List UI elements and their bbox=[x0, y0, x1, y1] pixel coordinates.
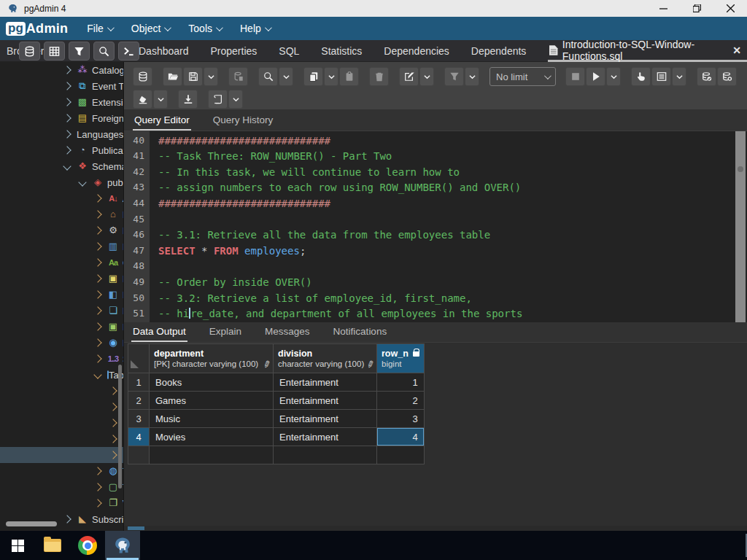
tree-item-fts-config[interactable]: ⚙FTS Configurations bbox=[0, 222, 123, 238]
chevron-right-icon[interactable] bbox=[63, 146, 71, 154]
chevron-right-icon[interactable] bbox=[93, 194, 101, 202]
edit-data-icon[interactable] bbox=[228, 67, 248, 86]
tree-item-languages[interactable]: Languages bbox=[0, 126, 123, 142]
cell[interactable]: 3 bbox=[377, 410, 425, 428]
tab-sql[interactable]: SQL bbox=[279, 40, 299, 62]
tab-query-editor[interactable]: Query Editor bbox=[133, 114, 191, 131]
tab-dashboard[interactable]: Dashboard bbox=[139, 40, 189, 62]
sidebar-horizontal-scrollbar[interactable] bbox=[6, 521, 57, 526]
tree-item[interactable] bbox=[0, 399, 123, 415]
tree-item-publications[interactable]: ◔Publications bbox=[0, 142, 123, 158]
row-number-cell[interactable]: 3 bbox=[128, 410, 150, 428]
row-number-cell[interactable]: 4 bbox=[128, 428, 150, 446]
stop-icon[interactable] bbox=[565, 67, 585, 86]
chevron-right-icon[interactable] bbox=[93, 290, 101, 298]
tree-item-foreign-tables[interactable]: ▥Foreign Tables bbox=[0, 238, 123, 254]
row-limit-select[interactable]: No limit bbox=[489, 67, 556, 86]
chevron-right-icon[interactable] bbox=[63, 130, 71, 138]
chevron-right-icon[interactable] bbox=[63, 114, 71, 122]
tree-item-functions[interactable]: ▣Functions bbox=[0, 319, 123, 335]
chevron-right-icon[interactable] bbox=[63, 98, 71, 106]
tree-item-mat-views[interactable]: ◉Materialized Views bbox=[0, 335, 123, 351]
chevron-right-icon[interactable] bbox=[93, 499, 101, 507]
cell[interactable]: 2 bbox=[377, 392, 425, 410]
tab-dependents[interactable]: Dependents bbox=[471, 40, 527, 62]
chevron-right-icon[interactable] bbox=[109, 451, 117, 459]
row-number-cell[interactable]: 2 bbox=[128, 392, 150, 410]
tab-query-history[interactable]: Query History bbox=[212, 114, 275, 131]
tree-item[interactable] bbox=[0, 415, 123, 431]
tree-item-fts-dict[interactable]: ▣FTS Dictionaries bbox=[0, 271, 123, 287]
chevron-right-icon[interactable] bbox=[93, 242, 101, 250]
scrollbar-thumb[interactable] bbox=[128, 526, 144, 530]
tree-item-aggregates[interactable]: A↓Aggregates bbox=[0, 190, 123, 206]
tree-item-types[interactable]: ▢Types bbox=[0, 479, 123, 495]
tree-item-domains[interactable]: ⌂Domains bbox=[0, 206, 123, 222]
cell[interactable]: 4 bbox=[377, 428, 425, 446]
execute-icon[interactable] bbox=[586, 67, 605, 86]
macro-dropdown-caret[interactable] bbox=[228, 90, 243, 109]
delete-icon[interactable] bbox=[369, 67, 389, 86]
menu-object[interactable]: Object bbox=[131, 23, 169, 34]
tree-item-tables[interactable]: Tables bbox=[0, 367, 123, 383]
save-file-icon[interactable] bbox=[183, 67, 203, 86]
tab-sql-file[interactable]: Introduction-to-SQL-Window-Functions.sql bbox=[548, 40, 747, 62]
cell[interactable]: Entertainment bbox=[274, 428, 377, 446]
cell[interactable]: Entertainment bbox=[274, 373, 377, 392]
tree-item-schema-public[interactable]: ◈public bbox=[0, 174, 123, 190]
menu-file[interactable]: File bbox=[87, 23, 112, 34]
chevron-right-icon[interactable] bbox=[93, 467, 101, 475]
explain-analyze-icon[interactable] bbox=[651, 67, 671, 86]
tree-item-schemas[interactable]: ❖Schemas bbox=[0, 158, 123, 174]
terminal-icon[interactable] bbox=[118, 42, 139, 61]
filter-dropdown-caret[interactable] bbox=[465, 67, 479, 86]
chevron-right-icon[interactable] bbox=[93, 354, 101, 362]
filter-icon[interactable] bbox=[444, 67, 464, 86]
find-dropdown-caret[interactable] bbox=[279, 67, 293, 86]
explain-icon[interactable] bbox=[631, 67, 651, 86]
tree-item[interactable] bbox=[0, 447, 123, 463]
download-icon[interactable] bbox=[178, 90, 198, 109]
chevron-right-icon[interactable] bbox=[93, 210, 101, 218]
grid-horizontal-scrollbar[interactable] bbox=[124, 526, 747, 531]
copy-dropdown-caret[interactable] bbox=[324, 67, 338, 86]
chevron-right-icon[interactable] bbox=[93, 483, 101, 491]
close-tab-icon[interactable]: ✕ bbox=[732, 44, 741, 56]
tree-item-collations[interactable]: AaCollations bbox=[0, 254, 123, 271]
tab-explain[interactable]: Explain bbox=[208, 326, 243, 342]
commit-icon[interactable] bbox=[697, 67, 716, 86]
search-icon[interactable] bbox=[93, 42, 115, 61]
clear-icon[interactable] bbox=[133, 90, 152, 109]
chevron-right-icon[interactable] bbox=[93, 338, 101, 346]
tree-item-extensions[interactable]: ▩Extensions bbox=[0, 94, 123, 110]
sidebar-vertical-scrollbar[interactable] bbox=[118, 365, 122, 489]
column-header-department[interactable]: department[PK] character varying (100)✎ bbox=[150, 344, 274, 373]
chevron-right-icon[interactable] bbox=[109, 435, 117, 443]
chevron-right-icon[interactable] bbox=[63, 82, 71, 90]
file-explorer-button[interactable] bbox=[35, 531, 70, 560]
macro-icon[interactable] bbox=[208, 90, 228, 109]
clear-dropdown-caret[interactable] bbox=[153, 90, 168, 109]
tree-item-fdw[interactable]: ▤Foreign Data Wrappers bbox=[0, 110, 123, 126]
sql-editor[interactable]: 39404142434445464748495051 #############… bbox=[124, 131, 747, 322]
cell[interactable]: Books bbox=[150, 373, 274, 392]
tab-data-output[interactable]: Data Output bbox=[131, 326, 187, 342]
open-file-icon[interactable] bbox=[163, 67, 182, 86]
pgadmin-button[interactable] bbox=[105, 531, 140, 560]
cell[interactable]: Movies bbox=[150, 428, 274, 446]
filter-icon[interactable] bbox=[69, 42, 90, 61]
edit-icon[interactable] bbox=[399, 67, 419, 86]
column-header-row_n[interactable]: row_nbigint bbox=[377, 344, 425, 373]
table-grid-icon[interactable] bbox=[44, 42, 65, 61]
chevron-right-icon[interactable] bbox=[109, 402, 117, 411]
chevron-right-icon[interactable] bbox=[63, 66, 71, 74]
cell[interactable] bbox=[274, 446, 377, 464]
cell[interactable]: Music bbox=[150, 410, 274, 428]
tree-item-fts-parsers[interactable]: ◧FTS Parsers bbox=[0, 287, 123, 303]
select-all-corner[interactable] bbox=[128, 344, 150, 373]
tree-item-sequences[interactable]: 1..3Sequences bbox=[0, 351, 123, 367]
tab-properties[interactable]: Properties bbox=[211, 40, 258, 62]
execute-dropdown-caret[interactable] bbox=[606, 67, 621, 86]
chevron-right-icon[interactable] bbox=[93, 322, 101, 330]
database-icon[interactable] bbox=[19, 42, 40, 61]
